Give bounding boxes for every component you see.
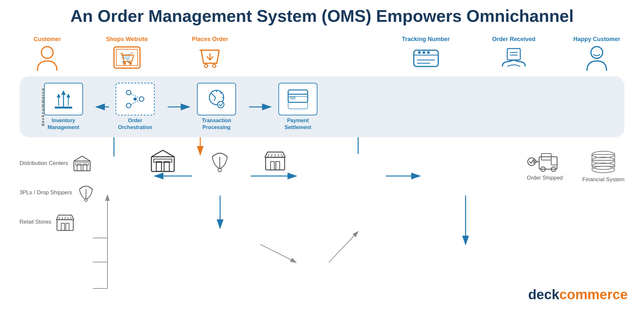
flow-step-order: Places Order	[189, 36, 231, 71]
svg-rect-73	[61, 223, 64, 230]
svg-rect-71	[57, 220, 73, 230]
3pl-label: 3PLs / Drop Shippers	[20, 189, 72, 196]
svg-point-24	[41, 47, 53, 58]
module-orchestration: OrderOrchestration	[116, 83, 155, 131]
svg-rect-82	[164, 162, 169, 171]
svg-point-36	[427, 51, 430, 54]
happy-label: Happy Customer	[573, 36, 620, 43]
svg-rect-97	[551, 157, 557, 165]
svg-line-53	[131, 100, 139, 105]
footer-commerce: commerce	[559, 287, 628, 302]
module-inventory: InventoryManagement	[44, 83, 83, 131]
middle-parachute	[208, 149, 231, 173]
distribution-label: Distribution Centers	[20, 160, 68, 167]
svg-line-21	[260, 244, 296, 262]
order-label: Places Order	[192, 36, 228, 43]
module-transaction: TransactionProcessing	[197, 83, 236, 131]
arrow-orch	[166, 102, 192, 112]
svg-line-92	[278, 154, 279, 158]
flow-step-website: Shops Website 🛒	[104, 36, 150, 71]
distribution-icon	[71, 154, 92, 173]
svg-rect-47	[55, 107, 72, 109]
financial-system-group: Financial System	[582, 145, 624, 237]
left-sources: Distribution Centers 3PLs / Drop Shipper…	[20, 145, 111, 237]
svg-point-40	[591, 47, 603, 58]
tracking-icon	[413, 45, 439, 71]
svg-marker-44	[57, 94, 61, 97]
footer-deck: deck	[528, 287, 559, 302]
svg-point-35	[423, 51, 425, 54]
svg-line-79	[70, 217, 72, 220]
svg-point-50	[139, 97, 144, 101]
source-3pl: 3PLs / Drop Shippers	[20, 183, 111, 202]
inventory-box	[44, 83, 83, 115]
svg-rect-87	[271, 162, 274, 170]
retail-label: Retail Stores	[20, 219, 51, 225]
source-distribution: Distribution Centers	[20, 154, 111, 173]
svg-point-29	[129, 62, 132, 65]
module-payment: PaymentSettlement	[278, 83, 317, 131]
footer: deck commerce	[528, 287, 628, 302]
svg-point-70	[85, 199, 87, 201]
flow-step-happy: Happy Customer	[572, 36, 621, 71]
customer-label: Customer	[34, 36, 61, 43]
received-label: Order Received	[492, 36, 535, 43]
orchestration-label: OrderOrchestration	[118, 117, 152, 131]
svg-line-89	[268, 154, 269, 158]
store-icon	[54, 212, 76, 232]
financial-label: Financial System	[582, 176, 624, 183]
svg-point-60	[217, 101, 224, 108]
svg-rect-106	[592, 166, 615, 169]
customer-icon	[34, 45, 60, 71]
svg-rect-85	[266, 157, 285, 170]
diagram-area: Customer Shops Website 🛒	[13, 36, 631, 237]
svg-marker-42	[61, 90, 66, 95]
payment-box	[278, 83, 317, 115]
svg-marker-46	[66, 94, 70, 97]
top-flow-row: Customer Shops Website 🛒	[13, 36, 631, 71]
svg-line-76	[62, 217, 63, 220]
bottom-section: Distribution Centers 3PLs / Drop Shipper…	[13, 145, 631, 237]
oms-side-label: deckcommerce	[40, 87, 45, 126]
svg-line-75	[59, 217, 60, 220]
svg-line-52	[131, 94, 139, 98]
website-label: Shops Website	[106, 36, 148, 43]
svg-point-84	[218, 169, 221, 172]
svg-line-78	[68, 217, 68, 220]
order-icon	[197, 45, 223, 71]
svg-line-93	[281, 154, 283, 158]
website-icon: 🛒	[114, 45, 140, 71]
svg-line-90	[271, 154, 272, 158]
inventory-label: InventoryManagement	[48, 117, 79, 131]
oms-band: deckcommerce InventoryManagement	[20, 76, 624, 138]
svg-point-54	[133, 97, 137, 101]
payment-label: PaymentSettlement	[285, 117, 311, 131]
svg-point-51	[126, 103, 131, 108]
svg-point-34	[418, 51, 421, 54]
parachute-icon	[76, 183, 97, 202]
received-icon	[501, 45, 527, 71]
svg-point-28	[123, 62, 126, 65]
order-shipped-group: Order Shipped	[527, 145, 563, 237]
svg-point-49	[126, 90, 131, 95]
main-title: An Order Management System (OMS) Empower…	[13, 7, 631, 26]
transaction-box	[197, 83, 236, 115]
transaction-label: TransactionProcessing	[202, 117, 231, 131]
happy-icon	[584, 45, 610, 71]
arrow-trans	[247, 102, 273, 112]
order-shipped-label: Order Shipped	[527, 175, 563, 181]
tracking-label: Tracking Number	[402, 36, 450, 43]
svg-rect-74	[66, 223, 69, 230]
source-retail: Retail Stores	[20, 212, 111, 232]
svg-rect-81	[156, 162, 161, 171]
svg-rect-37	[507, 49, 520, 60]
svg-point-32	[213, 64, 216, 67]
page-container: An Order Management System (OMS) Empower…	[0, 0, 644, 309]
flow-step-received: Order Received	[488, 36, 540, 71]
arrow-inv	[94, 102, 111, 112]
flow-step-tracking: Tracking Number	[397, 36, 455, 71]
orchestration-box	[116, 83, 155, 115]
flow-step-customer: Customer	[23, 36, 72, 71]
central-warehouse	[150, 149, 176, 173]
svg-rect-88	[276, 162, 280, 170]
